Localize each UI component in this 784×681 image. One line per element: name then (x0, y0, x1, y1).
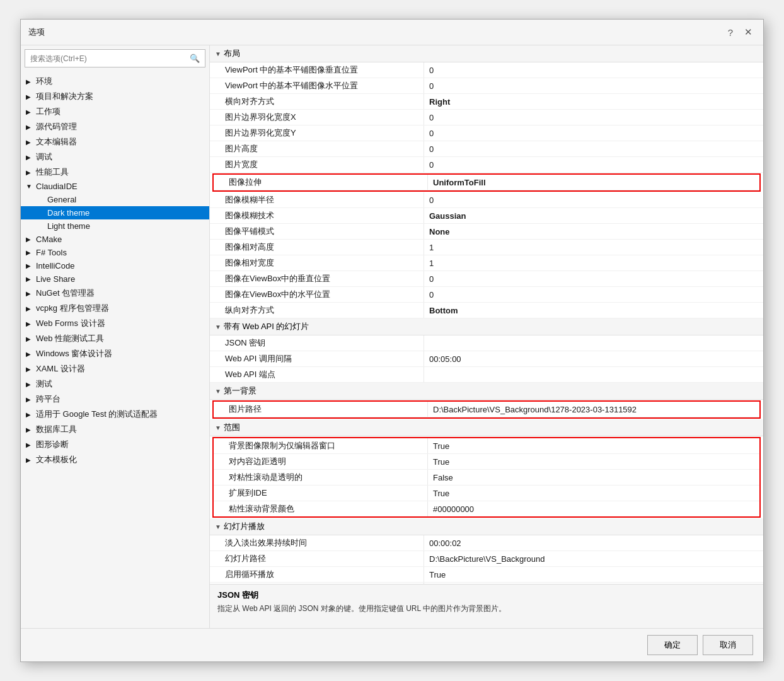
section-header[interactable]: ▼范围 (210, 419, 763, 436)
table-row: JSON 密钥 (210, 335, 763, 351)
tree-item-lighttheme[interactable]: Light theme (21, 219, 209, 233)
tree-item-googletest[interactable]: ▶适用于 Google Test 的测试适配器 (21, 407, 209, 422)
help-button[interactable]: ? (723, 25, 738, 40)
table-row: 横向对齐方式Right (210, 94, 763, 110)
options-dialog: 选项 ? ✕ 🔍 ▶环境▶项目和解决方案▶工作项▶源代码管理▶文本编辑器▶调试▶… (20, 19, 764, 662)
title-bar: 选项 ? ✕ (21, 20, 763, 45)
tree-item-test[interactable]: ▶测试 (21, 376, 209, 392)
table-row: 对粘性滚动是透明的False (214, 470, 759, 486)
tree-item-fsharp[interactable]: ▶F# Tools (21, 246, 209, 259)
search-box[interactable]: 🔍 (25, 49, 205, 67)
tree-item-windows[interactable]: ▶Windows 窗体设计器 (21, 346, 209, 361)
right-panel: ▼布局ViewPort 中的基本平铺图像垂直位置0ViewPort 中的基本平铺… (210, 45, 763, 628)
table-row: 图片边界羽化宽度Y0 (210, 125, 763, 141)
tree-item-env[interactable]: ▶环境 (21, 74, 209, 89)
expand-arrow-icon: ▶ (26, 249, 33, 256)
tree-item-general[interactable]: General (21, 193, 209, 206)
section-header[interactable]: ▼带有 Web API 的幻灯片 (210, 318, 763, 335)
tree-item-database[interactable]: ▶数据库工具 (21, 422, 209, 437)
prop-value: 0 (424, 288, 763, 301)
section-title: 第一背景 (224, 385, 257, 397)
highlight-path: 图片路径D:\BackPicture\VS_Background\1278-20… (212, 400, 761, 419)
prop-name: ViewPort 中的基本平铺图像水平位置 (210, 78, 424, 93)
tree-label-project: 项目和解决方案 (36, 91, 93, 102)
expand-arrow-icon: ▶ (26, 441, 33, 448)
prop-name: 图像相对高度 (210, 240, 424, 255)
tree-item-source[interactable]: ▶源代码管理 (21, 119, 209, 134)
tree-item-cmake[interactable]: ▶CMake (21, 233, 209, 246)
tree-label-lighttheme: Light theme (47, 221, 90, 231)
cancel-button[interactable]: 取消 (703, 635, 753, 655)
prop-value: 1 (424, 241, 763, 254)
expand-arrow-icon: ▶ (26, 396, 33, 403)
prop-value: #00000000 (428, 503, 759, 516)
tree-label-test: 测试 (36, 378, 52, 390)
prop-value: Bottom (424, 304, 763, 317)
expand-arrow-icon: ▼ (26, 183, 33, 190)
expand-arrow-icon: ▶ (26, 154, 33, 161)
tree: ▶环境▶项目和解决方案▶工作项▶源代码管理▶文本编辑器▶调试▶性能工具▼Clau… (21, 71, 209, 628)
tree-item-nuget[interactable]: ▶NuGet 包管理器 (21, 286, 209, 301)
prop-value (424, 373, 763, 376)
section-header[interactable]: ▼第一背景 (210, 383, 763, 400)
prop-name: ViewPort 中的基本平铺图像垂直位置 (210, 62, 424, 78)
expand-arrow-icon: ▶ (26, 381, 33, 388)
section-header[interactable]: ▼布局 (210, 45, 763, 62)
prop-value (424, 341, 763, 345)
section-arrow-icon: ▼ (215, 323, 221, 330)
tree-item-claudia[interactable]: ▼ClaudiaIDE (21, 180, 209, 193)
tree-item-vcpkg[interactable]: ▶vcpkg 程序包管理器 (21, 301, 209, 316)
tree-label-env: 环境 (36, 76, 52, 87)
search-input[interactable] (30, 54, 190, 63)
prop-name: 背景图像限制为仅编辑器窗口 (214, 438, 428, 453)
prop-name: 图像模糊技术 (210, 208, 424, 223)
tree-item-crossplatform[interactable]: ▶跨平台 (21, 392, 209, 407)
table-row: 图像相对高度1 (210, 240, 763, 255)
tree-item-intellicode[interactable]: ▶IntelliCode (21, 259, 209, 272)
tree-item-darktheme[interactable]: Dark theme (21, 206, 209, 219)
ok-button[interactable]: 确定 (647, 635, 698, 655)
expand-arrow-icon: ▶ (26, 366, 33, 373)
close-button[interactable]: ✕ (741, 25, 756, 40)
prop-name: 启用循环播放 (210, 567, 424, 582)
prop-value: True (428, 487, 759, 500)
section-header[interactable]: ▼幻灯片播放 (210, 518, 763, 535)
table-row: 图像拉伸UniformToFill (214, 175, 759, 190)
prop-value: 1 (424, 257, 763, 270)
prop-value: 0 (424, 272, 763, 286)
tree-item-texttemplate[interactable]: ▶文本模板化 (21, 452, 209, 467)
tree-label-work: 工作项 (36, 106, 61, 117)
table-row: ViewPort 中的基本平铺图像垂直位置0 (210, 62, 763, 78)
prop-name: 图片宽度 (210, 157, 424, 172)
tree-item-liveshare[interactable]: ▶Live Share (21, 272, 209, 286)
left-panel: 🔍 ▶环境▶项目和解决方案▶工作项▶源代码管理▶文本编辑器▶调试▶性能工具▼Cl… (21, 45, 210, 628)
tree-item-webforms[interactable]: ▶Web Forms 设计器 (21, 316, 209, 331)
tree-item-perf[interactable]: ▶性能工具 (21, 165, 209, 180)
tree-item-graphics[interactable]: ▶图形诊断 (21, 437, 209, 452)
table-row: ViewPort 中的基本平铺图像水平位置0 (210, 78, 763, 94)
prop-name: 图像模糊半径 (210, 192, 424, 207)
prop-name: 图片高度 (210, 141, 424, 156)
table-row: 启用循环播放True (210, 567, 763, 583)
table-row: 扩展到IDETrue (214, 486, 759, 501)
tree-label-claudia: ClaudiaIDE (36, 182, 78, 191)
tree-item-project[interactable]: ▶项目和解决方案 (21, 89, 209, 104)
expand-arrow-icon: ▶ (26, 351, 33, 358)
tree-item-xaml[interactable]: ▶XAML 设计器 (21, 361, 209, 376)
tree-item-webperf[interactable]: ▶Web 性能测试工具 (21, 331, 209, 346)
expand-arrow-icon: ▶ (26, 124, 33, 131)
prop-value: Right (424, 95, 763, 108)
prop-value: True (428, 455, 759, 469)
tree-item-work[interactable]: ▶工作项 (21, 104, 209, 119)
tree-item-editor[interactable]: ▶文本编辑器 (21, 134, 209, 149)
prop-name: 图像相对宽度 (210, 255, 424, 271)
prop-name: Web API 调用间隔 (210, 351, 424, 366)
tree-label-fsharp: F# Tools (36, 248, 67, 257)
table-row: 淡入淡出效果持续时间00:00:02 (210, 535, 763, 551)
tree-item-debug[interactable]: ▶调试 (21, 149, 209, 165)
tree-label-liveshare: Live Share (36, 274, 75, 284)
prop-name: 图片边界羽化宽度Y (210, 125, 424, 141)
prop-name: 图像平铺模式 (210, 224, 424, 239)
prop-name: Web API 端点 (210, 367, 424, 382)
table-row: 图像模糊技术Gaussian (210, 208, 763, 224)
